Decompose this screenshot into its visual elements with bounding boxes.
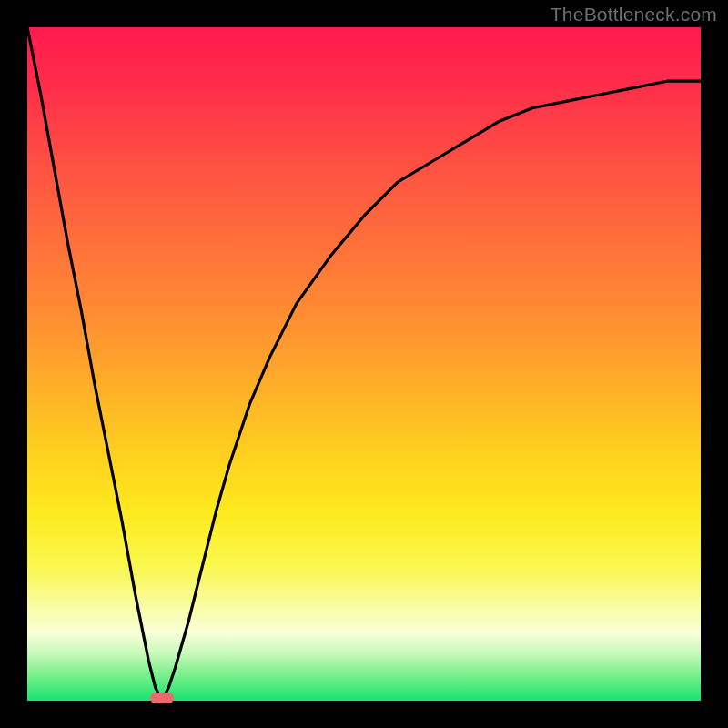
plot-area — [27, 27, 701, 701]
floor-mark — [150, 693, 174, 703]
bottleneck-curve — [27, 27, 701, 701]
watermark-text: TheBottleneck.com — [551, 4, 717, 25]
curve-path — [27, 27, 701, 701]
chart-frame: TheBottleneck.com — [0, 0, 728, 728]
